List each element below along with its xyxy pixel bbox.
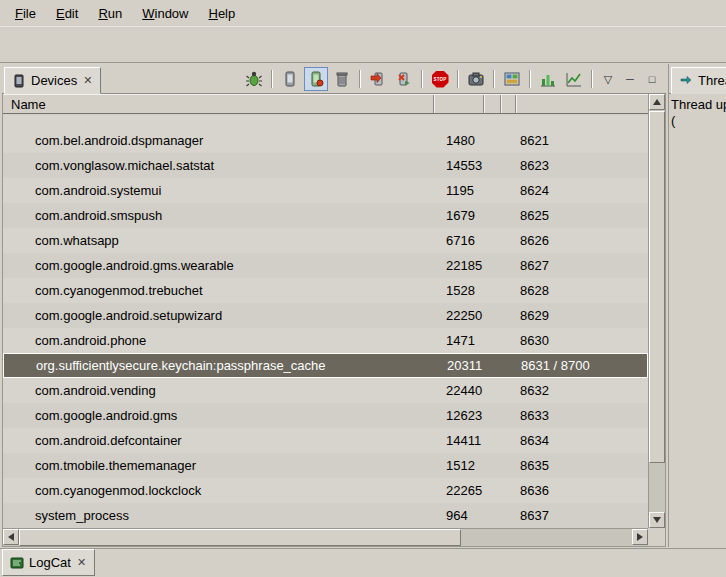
scroll-left-button[interactable] <box>3 529 19 545</box>
toolbar-separator <box>271 70 273 88</box>
scroll-up-button[interactable] <box>649 94 665 110</box>
tab-devices[interactable]: Devices ✕ <box>4 67 101 94</box>
column-header-name[interactable]: Name <box>3 95 433 113</box>
pid-cell: 22250 <box>433 308 483 323</box>
menu-run[interactable]: Run <box>89 3 131 24</box>
vertical-scroll-thumb[interactable] <box>649 111 665 463</box>
table-row[interactable]: com.tmobile.thememanager 1512 8635 <box>3 453 648 478</box>
threads-body: Thread up ( <box>669 94 726 547</box>
scroll-right-button[interactable] <box>632 529 648 545</box>
menu-edit[interactable]: Edit <box>47 3 87 24</box>
process-name-cell: com.android.vending <box>3 383 433 398</box>
debug-icon[interactable] <box>242 67 266 91</box>
view-menu-icon[interactable]: ▽ <box>598 69 618 89</box>
close-icon[interactable]: ✕ <box>76 556 87 569</box>
port-cell: 8631 / 8700 <box>516 358 647 373</box>
table-row[interactable]: com.vonglasow.michael.satstat 14553 8623 <box>3 153 648 178</box>
process-name-cell: com.android.systemui <box>3 183 433 198</box>
port-cell: 8637 <box>515 508 648 523</box>
table-row[interactable]: com.google.android.setupwizard 22250 862… <box>3 303 648 328</box>
column-header-pid[interactable] <box>433 95 483 113</box>
table-row[interactable]: com.android.smspush 1679 8625 <box>3 203 648 228</box>
menu-help[interactable]: Help <box>199 3 244 24</box>
process-name-cell: com.bel.android.dspmanager <box>3 133 433 148</box>
device-tab-icon <box>12 74 26 88</box>
threads-view: Threa ✕ Thread up ( <box>668 64 726 547</box>
table-row[interactable]: com.android.defcontainer 14411 8634 <box>3 428 648 453</box>
toolbar-separator <box>359 70 361 88</box>
toolbar-separator <box>591 70 593 88</box>
port-cell: 8625 <box>515 208 648 223</box>
stop-octagon: STOP <box>432 71 449 88</box>
table-row[interactable]: system_process 964 8637 <box>3 503 648 528</box>
method-profiling-icon[interactable] <box>392 67 416 91</box>
horizontal-scrollbar[interactable] <box>3 528 648 546</box>
threads-tab-label: Threa <box>698 73 726 88</box>
port-cell: 8633 <box>515 408 648 423</box>
heap-bars-icon[interactable] <box>536 67 560 91</box>
table-row[interactable]: com.whatsapp 6716 8626 <box>3 228 648 253</box>
scroll-down-button[interactable] <box>649 512 665 528</box>
gc-icon[interactable] <box>330 67 354 91</box>
horizontal-scroll-track[interactable] <box>461 529 632 546</box>
update-heap-icon[interactable] <box>304 67 328 91</box>
table-row[interactable]: com.android.phone 1471 8630 <box>3 328 648 353</box>
table-row[interactable]: com.cyanogenmod.trebuchet 1528 8628 <box>3 278 648 303</box>
port-cell: 8629 <box>515 308 648 323</box>
table-row[interactable]: com.google.android.gms.wearable 22185 86… <box>3 253 648 278</box>
process-name-cell: com.cyanogenmod.lockclock <box>3 483 433 498</box>
port-cell: 8632 <box>515 383 648 398</box>
process-name-cell: com.android.phone <box>3 333 433 348</box>
minimize-icon[interactable]: ─ <box>620 69 640 89</box>
port-cell: 8636 <box>515 483 648 498</box>
close-icon[interactable]: ✕ <box>82 74 93 87</box>
pid-cell: 1471 <box>433 333 483 348</box>
port-cell: 8628 <box>515 283 648 298</box>
screenshot-icon[interactable] <box>464 67 488 91</box>
vertical-scrollbar[interactable] <box>648 94 665 528</box>
logcat-tab-icon <box>10 556 24 570</box>
update-threads-icon[interactable] <box>366 67 390 91</box>
pid-cell: 14411 <box>433 433 483 448</box>
pid-cell: 20311 <box>434 358 484 373</box>
table-header-row: Name <box>3 94 648 114</box>
menu-file[interactable]: File <box>6 3 45 24</box>
column-header-spacer2[interactable] <box>500 95 515 113</box>
pid-cell: 1512 <box>433 458 483 473</box>
column-header-port[interactable] <box>515 95 648 113</box>
stop-process-icon[interactable]: STOP <box>428 67 452 91</box>
menu-window[interactable]: Window <box>133 3 197 24</box>
tab-logcat[interactable]: LogCat ✕ <box>2 549 95 576</box>
threads-message-line1: Thread up <box>671 97 724 113</box>
table-row[interactable]: com.cyanogenmod.lockclock 22265 8636 <box>3 478 648 503</box>
table-row[interactable]: com.bel.android.dspmanager 1480 8621 <box>3 128 648 153</box>
threads-tab-icon <box>679 74 693 88</box>
table-row[interactable]: com.google.android.gms 12623 8633 <box>3 403 648 428</box>
horizontal-scroll-thumb[interactable] <box>19 529 461 546</box>
menu-bar: File Edit Run Window Help <box>0 0 726 26</box>
network-stats-icon[interactable] <box>562 67 586 91</box>
table-row[interactable]: org.sufficientlysecure.keychain:passphra… <box>3 353 648 378</box>
main-area: Devices ✕ <box>0 62 726 548</box>
toolbar-separator <box>457 70 459 88</box>
pid-cell: 1480 <box>433 133 483 148</box>
pid-cell: 14553 <box>433 158 483 173</box>
table-row[interactable]: com.android.systemui 1195 8624 <box>3 178 648 203</box>
toolbar-separator <box>421 70 423 88</box>
process-name-cell: com.google.android.gms.wearable <box>3 258 433 273</box>
tab-threads[interactable]: Threa ✕ <box>671 67 726 94</box>
port-cell: 8626 <box>515 233 648 248</box>
capture-icon[interactable] <box>500 67 524 91</box>
logcat-bar: LogCat ✕ <box>0 548 726 577</box>
devices-tab-label: Devices <box>31 73 77 88</box>
device-table-body: com.bel.android.dspmanager 1480 8621 com… <box>3 115 648 528</box>
maximize-icon[interactable]: □ <box>642 69 662 89</box>
port-cell: 8623 <box>515 158 648 173</box>
port-cell: 8621 <box>515 133 648 148</box>
port-cell: 8630 <box>515 333 648 348</box>
heap-icon[interactable] <box>278 67 302 91</box>
pid-cell: 22185 <box>433 258 483 273</box>
table-row[interactable]: com.android.vending 22440 8632 <box>3 378 648 403</box>
column-header-spacer1[interactable] <box>483 95 500 113</box>
pid-cell: 6716 <box>433 233 483 248</box>
